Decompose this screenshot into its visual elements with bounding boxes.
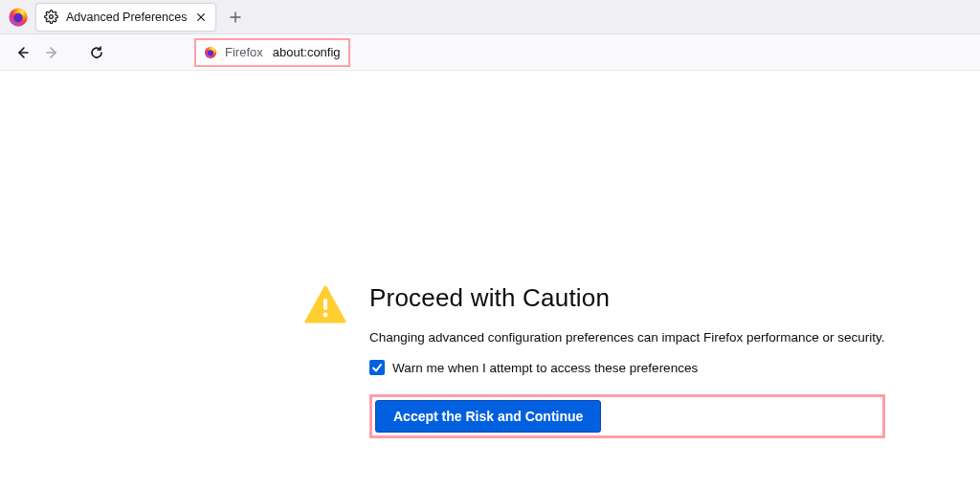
back-button[interactable] [8,38,36,67]
warning-title: Proceed with Caution [369,283,885,313]
url-brand-label: Firefox [225,45,263,59]
svg-point-12 [323,313,328,318]
warning-panel: Proceed with Caution Changing advanced c… [304,283,885,438]
toolbar: Firefox about:config [0,34,980,71]
warning-description: Changing advanced configuration preferen… [369,330,885,345]
warn-checkbox[interactable] [369,360,385,375]
arrow-right-icon [45,45,60,60]
svg-point-2 [50,15,54,19]
tab-title: Advanced Preferences [66,11,187,24]
warning-body: Proceed with Caution Changing advanced c… [369,283,885,438]
gear-icon [44,10,58,24]
accept-highlight: Accept the Risk and Continue [369,394,885,438]
url-bar[interactable]: Firefox about:config [194,38,350,67]
svg-point-10 [208,50,213,56]
url-path: about:config [273,45,341,59]
svg-rect-11 [323,299,327,310]
close-icon [196,12,206,22]
close-tab-button[interactable] [194,11,208,24]
checkbox-label: Warn me when I attempt to access these p… [392,361,698,375]
firefox-icon [204,46,217,59]
warning-triangle-icon [304,285,346,323]
arrow-left-icon [14,45,30,60]
svg-point-1 [13,12,23,22]
accept-risk-button[interactable]: Accept the Risk and Continue [375,400,601,433]
checkbox-row: Warn me when I attempt to access these p… [369,360,885,375]
reload-button[interactable] [82,38,111,67]
new-tab-button[interactable] [222,4,249,31]
browser-tab[interactable]: Advanced Preferences [35,3,216,32]
plus-icon [230,11,241,23]
forward-button[interactable] [38,38,67,67]
reload-icon [89,45,104,60]
check-icon [371,362,383,373]
tab-strip: Advanced Preferences [0,0,980,34]
content-area: Proceed with Caution Changing advanced c… [0,71,980,490]
firefox-icon [8,7,29,28]
